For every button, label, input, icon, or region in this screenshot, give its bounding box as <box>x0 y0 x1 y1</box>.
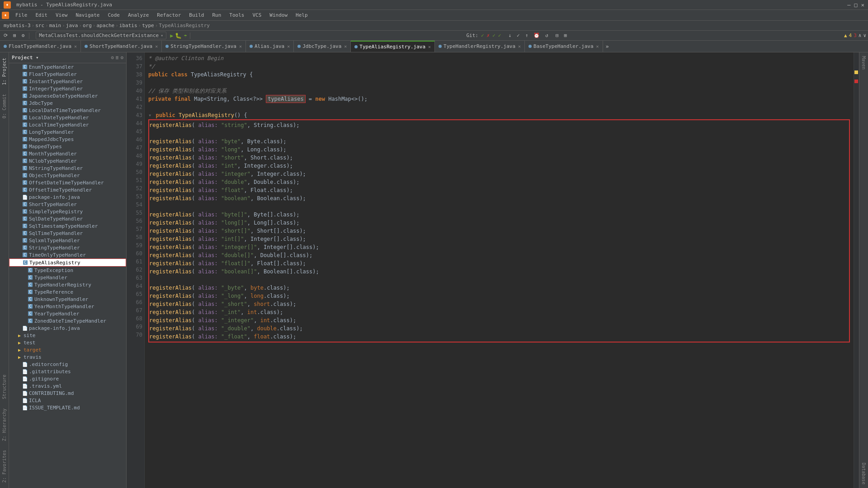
project-gear-btn[interactable]: ⚙ <box>120 55 123 61</box>
sidebar-tab-hierarchy[interactable]: Z: Hierarchy <box>1 405 8 445</box>
tab-type-handler-registry[interactable]: TypeHandlerRegistry.java ✕ <box>435 41 525 52</box>
code-content[interactable]: * @author Clinton Begin */public class T… <box>145 52 854 488</box>
tree-item-MappedTypes[interactable]: CMappedTypes <box>9 143 126 150</box>
menu-code[interactable]: Code <box>104 11 123 19</box>
tree-item-InstantTypeHandler[interactable]: CInstantTypeHandler <box>9 78 126 85</box>
tree-item-SimpleTypeRegistry[interactable]: CSimpleTypeRegistry <box>9 208 126 215</box>
menu-run[interactable]: Run <box>208 11 225 19</box>
close-btn[interactable]: ✕ <box>861 2 864 8</box>
vcs-push[interactable]: ↑ <box>524 32 530 39</box>
tab-string-handler[interactable]: StringTypeHandler.java ✕ <box>162 41 246 52</box>
chevron-down-icon[interactable]: ▾ <box>160 33 163 38</box>
breadcrumb-apache[interactable]: apache <box>96 23 114 28</box>
breadcrumb-file[interactable]: TypeAliasRegistry <box>159 23 210 28</box>
tab-close[interactable]: ✕ <box>518 44 521 49</box>
tree-item-ISSUE-TEMPLATE-md[interactable]: 📄ISSUE_TEMPLATE.md <box>9 404 126 411</box>
menu-refactor[interactable]: Refactor <box>153 11 184 19</box>
menu-view[interactable]: View <box>52 11 71 19</box>
vcs-revert[interactable]: ↺ <box>543 32 550 39</box>
tab-float-handler[interactable]: FloatTypeHandler.java ✕ <box>0 41 81 52</box>
tabs-overflow[interactable]: » <box>603 43 612 50</box>
tree-item-TypeAliasRegistry[interactable]: CTypeAliasRegistry <box>9 258 126 267</box>
menu-vcs[interactable]: VCS <box>249 11 265 19</box>
tree-item-LocalDateTypeHandler[interactable]: CLocalDateTypeHandler <box>9 114 126 121</box>
toolbar-sync[interactable]: ⟳ <box>2 32 9 39</box>
tree-item-ZonedDateTimeTypeHandler[interactable]: CZonedDateTimeTypeHandler <box>9 317 126 324</box>
tree-item-JdbcType[interactable]: CJdbcType <box>9 99 126 107</box>
tab-base-type-handler[interactable]: BaseTypeHandler.java ✕ <box>525 41 603 52</box>
tree-item-ShortTypeHandler[interactable]: CShortTypeHandler <box>9 201 126 208</box>
tree-item-JapaneseDateTypeHandler[interactable]: CJapaneseDateTypeHandler <box>9 92 126 99</box>
tree-item-target[interactable]: ▶ target <box>9 346 126 353</box>
maven-btn[interactable]: Maven <box>860 52 867 73</box>
maximize-btn[interactable]: □ <box>854 2 858 8</box>
tab-close[interactable]: ✕ <box>596 44 599 49</box>
tree-item-OffsetDateTimeTypeHandler[interactable]: COffsetDateTimeTypeHandler <box>9 179 126 186</box>
breadcrumb-mybatis[interactable]: mybatis-3 <box>4 23 31 28</box>
breadcrumb-main[interactable]: main <box>49 23 61 28</box>
tree-item-YearMonthTypeHandler[interactable]: CYearMonthTypeHandler <box>9 303 126 310</box>
tree-item-SqlTimeTypeHandler[interactable]: CSqlTimeTypeHandler <box>9 230 126 237</box>
tree-item-MonthTypeHandler[interactable]: CMonthTypeHandler <box>9 150 126 157</box>
tree-item-TimeOnlyTypeHandler[interactable]: CTimeOnlyTypeHandler <box>9 251 126 258</box>
layout-btn1[interactable]: ⊟ <box>554 32 561 39</box>
tree-item-LocalDateTimeTypeHandler[interactable]: CLocalDateTimeTypeHandler <box>9 107 126 114</box>
sidebar-tab-project[interactable]: 1: Project <box>1 54 8 89</box>
menu-tools[interactable]: Tools <box>226 11 248 19</box>
breadcrumb-ibatis[interactable]: ibatis <box>119 23 137 28</box>
tab-close[interactable]: ✕ <box>287 44 290 49</box>
debug-btn[interactable]: 🐛 <box>175 33 182 39</box>
tree-item-MappedJdbcTypes[interactable]: CMappedJdbcTypes <box>9 136 126 143</box>
tree-item-TypeReference[interactable]: CTypeReference <box>9 288 126 296</box>
tree-item-travis[interactable]: ▶ travis <box>9 353 126 361</box>
tree-item-SqlxmlTypeHandler[interactable]: CSqlxmlTypeHandler <box>9 237 126 244</box>
tree-item-ICLA[interactable]: 📄ICLA <box>9 397 126 404</box>
tree-item-site[interactable]: ▶ site <box>9 332 126 339</box>
project-sync-btn[interactable]: ⚙ <box>111 55 114 61</box>
tree-item-FloatTypeHandler[interactable]: CFloatTypeHandler <box>9 70 126 78</box>
breadcrumb-src[interactable]: src <box>35 23 44 28</box>
tree-item-TypeException[interactable]: CTypeException <box>9 267 126 274</box>
sidebar-tab-commit[interactable]: 0: Commit <box>1 90 8 122</box>
tree-item-YearTypeHandler[interactable]: CYearTypeHandler <box>9 310 126 317</box>
tree-item-NClobTypeHandler[interactable]: CNClobTypeHandler <box>9 157 126 164</box>
project-filter-btn[interactable]: ≡ <box>116 55 119 61</box>
tree-item-LocalTimeTypeHandler[interactable]: CLocalTimeTypeHandler <box>9 121 126 128</box>
tree-item-TypeHandler[interactable]: CTypeHandler <box>9 274 126 281</box>
breadcrumb-org[interactable]: org <box>83 23 92 28</box>
tree-item-EnumTypeHandler[interactable]: CEnumTypeHandler <box>9 63 126 70</box>
menu-edit[interactable]: Edit <box>32 11 52 19</box>
tree-item-LongTypeHandler[interactable]: CLongTypeHandler <box>9 128 126 136</box>
run-config[interactable]: MetaClassTest.shouldCheckGetterExistance… <box>36 32 166 39</box>
tree-item-IntegerTypeHandler[interactable]: CIntegerTypeHandler <box>9 85 126 92</box>
nav-up[interactable]: ∧ <box>859 33 862 38</box>
tree-item-package-info-java[interactable]: 📄package-info.java <box>9 193 126 201</box>
tree-item-SqlDateTypeHandler[interactable]: CSqlDateTypeHandler <box>9 215 126 222</box>
menu-build[interactable]: Build <box>185 11 208 19</box>
tree-item-test[interactable]: ▶ test <box>9 339 126 346</box>
sidebar-tab-favorites[interactable]: 2: Favorites <box>1 446 8 486</box>
layout-btn2[interactable]: ⊞ <box>562 32 569 39</box>
nav-down[interactable]: ∨ <box>863 33 866 38</box>
tab-alias[interactable]: Alias.java ✕ <box>246 41 294 52</box>
tab-type-alias-registry[interactable]: TypeAliasRegistry.java ✕ <box>351 41 435 52</box>
tree-item-UnknownTypeHandler[interactable]: CUnknownTypeHandler <box>9 296 126 303</box>
tree-item-CONTRIBUTING-md[interactable]: 📄CONTRIBUTING.md <box>9 389 126 397</box>
tree-item-TypeHandlerRegistry[interactable]: CTypeHandlerRegistry <box>9 281 126 288</box>
tab-close[interactable]: ✕ <box>428 44 431 49</box>
warnings-indicator[interactable]: ▲ 4 3 ∧ ∨ <box>844 33 866 38</box>
vcs-update[interactable]: ↓ <box>506 32 513 39</box>
tree-item-StringTypeHandler[interactable]: CStringTypeHandler <box>9 244 126 251</box>
coverage-btn[interactable]: ☂ <box>184 33 187 39</box>
tree-item--gitignore[interactable]: 📄.gitignore <box>9 375 126 382</box>
tree-item-package-info-java[interactable]: 📄package-info.java <box>9 324 126 332</box>
toolbar-settings[interactable]: ⚙ <box>20 32 27 39</box>
menu-help[interactable]: Help <box>292 11 311 19</box>
tree-item-ObjectTypeHandler[interactable]: CObjectTypeHandler <box>9 172 126 179</box>
breadcrumb-java[interactable]: java <box>66 23 78 28</box>
run-btn[interactable]: ▶ <box>170 33 173 39</box>
vcs-history[interactable]: ⏰ <box>532 32 542 39</box>
tab-short-handler[interactable]: ShortTypeHandler.java ✕ <box>81 41 162 52</box>
tree-item--editorconfig[interactable]: 📄.editorconfig <box>9 361 126 368</box>
toolbar-filter[interactable]: ⊞ <box>11 32 18 39</box>
